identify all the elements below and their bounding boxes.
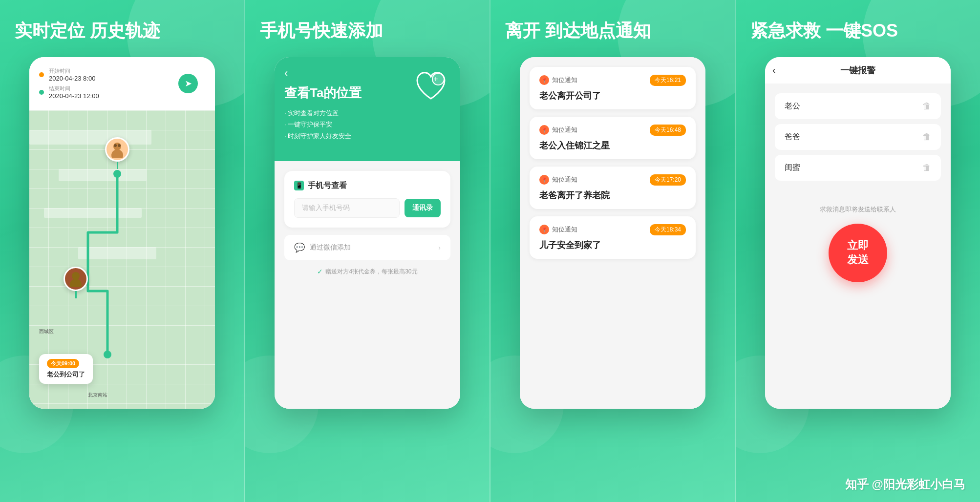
avatar-pin-tail-2 [75,291,77,298]
phone-mockup-4: ‹ 一键报警 老公 🗑 爸爸 🗑 闺蜜 🗑 求救消息即将发送给联系人 立即 [765,57,951,409]
panel-4: 紧急求救 一键SOS ‹ 一键报警 老公 🗑 爸爸 🗑 闺蜜 🗑 [735,0,980,502]
panel-4-title: 紧急求救 一键SOS [736,20,980,42]
heart-icon: + [411,67,450,106]
notif-source-2: 📍 知位通知 [539,175,577,185]
notif-screen: 📍 知位通知 今天16:21 老公离开公司了 📍 知位通知 今天16:48 老公… [520,57,705,409]
notif-source-0: 📍 知位通知 [539,75,577,85]
map-screen: 开始时间 2020-04-23 8:00 结束时间 2020-04-23 12:… [29,57,215,409]
wechat-arrow: › [438,244,441,251]
notif-header-0: 📍 知位通知 今天16:21 [539,75,686,86]
svg-point-3 [111,149,123,158]
add-body: 📱 手机号查看 请输入手机号码 通讯录 💬 [275,161,460,409]
time-badge-3: 今天18:34 [650,224,686,235]
svg-point-0 [113,170,121,178]
sos-back-button[interactable]: ‹ [772,64,776,76]
notif-source-text-1: 知位通知 [552,126,577,134]
delete-contact-0[interactable]: 🗑 [922,101,931,111]
notif-header-3: 📍 知位通知 今天18:34 [539,224,686,235]
wechat-row[interactable]: 💬 通过微信添加 › [284,235,450,260]
svg-point-5 [118,144,121,147]
contact-name-0: 老公 [785,101,800,111]
sos-line2: 发送 [847,253,869,267]
sos-send-button[interactable]: 立即 发送 [829,224,887,282]
location-icon-3: 📍 [539,225,549,234]
add-header: ‹ 查看Ta的位置 · 实时查看对方位置 · 一键守护保平安 · 时刻守护家人好… [275,57,460,161]
card-title: 📱 手机号查看 [294,181,441,191]
notifications-list: 📍 知位通知 今天16:21 老公离开公司了 📍 知位通知 今天16:48 老公… [530,67,696,259]
notif-time: 今天09:00 [47,359,79,368]
avatar-circle-2 [64,267,88,291]
check-icon: ✓ [317,268,323,275]
notif-message-1: 老公入住锦江之星 [539,140,686,151]
bullet-2: · 一键守护保平安 [284,119,450,130]
contact-row-1[interactable]: 爸爸 🗑 [775,124,941,150]
contacts-button[interactable]: 通讯录 [405,199,441,217]
panel-3-title: 离开 到达地点通知 [490,20,735,42]
end-dot [39,90,44,95]
svg-point-7 [70,279,82,287]
bullet-3: · 时刻守护家人好友安全 [284,130,450,142]
contact-name-2: 闺蜜 [785,163,800,173]
wechat-label: 通过微信添加 [310,243,351,252]
notif-card-3: 📍 知位通知 今天18:34 儿子安全到家了 [530,216,696,259]
location-icon-0: 📍 [539,75,549,85]
delete-contact-1[interactable]: 🗑 [922,132,931,142]
contact-row-0[interactable]: 老公 🗑 [775,93,941,119]
phone-mockup-2: ‹ 查看Ta的位置 · 实时查看对方位置 · 一键守护保平安 · 时刻守护家人好… [275,57,460,409]
heart-icon-area: + [411,67,450,108]
sos-contacts-list: 老公 🗑 爸爸 🗑 闺蜜 🗑 [765,84,951,195]
contact-row-2[interactable]: 闺蜜 🗑 [775,155,941,181]
svg-text:+: + [433,75,438,83]
start-time: 2020-04-23 8:00 [49,75,95,82]
start-dot [39,72,44,77]
notif-source-text-3: 知位通知 [552,225,577,234]
svg-point-1 [104,351,111,358]
notif-source-text-0: 知位通知 [552,76,577,84]
gift-text: ✓ 赠送对方4张代金券，每张最高30元 [284,268,450,276]
notif-card-2: 📍 知位通知 今天17:20 老爸离开了养老院 [530,167,696,209]
phone-input[interactable]: 请输入手机号码 [294,198,400,218]
notif-card-0: 📍 知位通知 今天16:21 老公离开公司了 [530,67,696,109]
map-notification: 今天09:00 老公到公司了 [39,354,93,384]
nav-button[interactable]: ➤ [178,74,198,93]
bullet-1: · 实时查看对方位置 [284,107,450,119]
avatar-pin-2 [64,267,88,298]
main-container: 实时定位 历史轨迹 开始时间 2020-04-23 8:00 [0,0,980,502]
notif-message-3: 儿子安全到家了 [539,239,686,251]
panel-3: 离开 到达地点通知 📍 知位通知 今天16:21 老公离开公司了 📍 知位通知 … [490,0,735,502]
panel-1: 实时定位 历史轨迹 开始时间 2020-04-23 8:00 [0,0,244,502]
phone-placeholder: 请输入手机号码 [302,204,350,211]
svg-point-6 [72,272,80,280]
map-label-xicheng: 西城区 [39,328,54,335]
notif-header-1: 📍 知位通知 今天16:48 [539,125,686,136]
avatar-pin-tail-1 [117,162,118,169]
gift-label: 赠送对方4张代金券，每张最高30元 [325,268,417,276]
notif-source-1: 📍 知位通知 [539,125,577,135]
end-label: 结束时间 [49,85,99,92]
notif-source-3: 📍 知位通知 [539,225,577,234]
panel-2: 手机号快速添加 ‹ 查看Ta的位置 · 实时查看对方位置 · 一键守护保平安 ·… [244,0,490,502]
card-title-text: 手机号查看 [308,181,347,191]
time-badge-0: 今天16:21 [650,75,686,86]
phone-mockup-1: 开始时间 2020-04-23 8:00 结束时间 2020-04-23 12:… [29,57,215,409]
contact-name-1: 爸爸 [785,132,800,142]
notif-header-2: 📍 知位通知 今天17:20 [539,174,686,186]
notif-message-0: 老公离开公司了 [539,90,686,102]
sos-top-bar: ‹ 一键报警 [765,57,951,84]
sos-line1: 立即 [847,239,869,253]
svg-point-4 [114,144,117,147]
end-time: 2020-04-23 12:00 [49,92,99,100]
start-label: 开始时间 [49,67,95,75]
map-label-beijing-nan: 北京南站 [88,392,107,398]
phone-icon: 📱 [294,181,304,190]
panel-1-title: 实时定位 历史轨迹 [0,20,244,42]
location-icon-2: 📍 [539,175,549,185]
time-badge-2: 今天17:20 [650,174,686,186]
panel-2-title: 手机号快速添加 [245,20,490,42]
notif-card-1: 📍 知位通知 今天16:48 老公入住锦江之星 [530,117,696,159]
notif-text: 老公到公司了 [47,370,85,379]
location-icon-1: 📍 [539,125,549,135]
sos-screen: ‹ 一键报警 老公 🗑 爸爸 🗑 闺蜜 🗑 求救消息即将发送给联系人 立即 [765,57,951,409]
phone-lookup-card: 📱 手机号查看 请输入手机号码 通讯录 [284,171,450,228]
delete-contact-2[interactable]: 🗑 [922,163,931,173]
